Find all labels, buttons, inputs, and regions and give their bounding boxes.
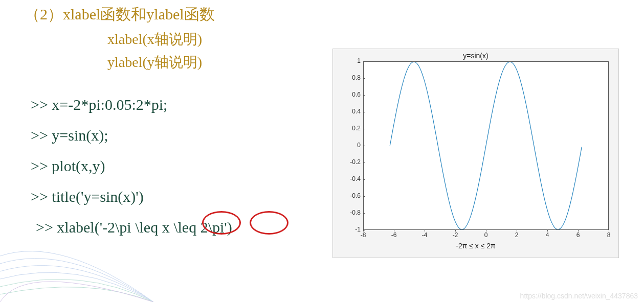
plot-area: [363, 61, 609, 230]
x-tick-label: 4: [546, 231, 549, 239]
watermark: https://blog.csdn.net/weixin_4437863: [520, 292, 638, 300]
x-tick-label: -4: [422, 231, 428, 239]
y-tick-label: 0.4: [340, 108, 361, 115]
code-line-3: >> plot(x,y): [31, 151, 232, 181]
y-tick-label: 1: [340, 57, 361, 64]
x-tick-label: 2: [515, 231, 519, 239]
code-text-5: >> xlabel('-2\pi \leq x \leq 2\pi'): [36, 219, 232, 236]
x-tick-label: -2: [453, 231, 458, 239]
y-tick-label: -0.4: [340, 175, 361, 182]
annotation-circle-2: [250, 211, 288, 235]
syntax-line-1: xlabel(x轴说明): [107, 28, 202, 51]
y-tick-label: -0.6: [340, 192, 361, 199]
code-line-5: >> xlabel('-2\pi \leq x \leq 2\pi'): [36, 212, 232, 243]
x-tick-label: -6: [391, 231, 397, 239]
code-line-4: >> title('y=sin(x)'): [31, 181, 232, 212]
y-tick-label: -0.8: [340, 209, 361, 216]
code-line-1: >> x=-2*pi:0.05:2*pi;: [31, 89, 232, 120]
chart-title: y=sin(x): [332, 52, 619, 60]
y-tick-label: -0.2: [340, 158, 361, 166]
x-tick-label: 0: [484, 231, 488, 239]
y-tick-label: -1: [340, 226, 361, 233]
chart-xlabel: -2π ≤ x ≤ 2π: [332, 242, 619, 250]
y-tick-label: 0.8: [340, 74, 361, 81]
section-heading: （2）xlabel函数和ylabel函数: [25, 4, 215, 25]
y-tick-label: 0: [340, 142, 361, 149]
chart-panel: y=sin(x) -1-0.8-0.6-0.4-0.200.20.40.60.8…: [332, 49, 619, 258]
x-tick-label: 6: [576, 231, 580, 239]
sine-curve: [364, 62, 608, 229]
y-tick-label: 0.2: [340, 125, 361, 132]
code-block: >> x=-2*pi:0.05:2*pi; >> y=sin(x); >> pl…: [31, 89, 232, 243]
y-tick-label: 0.6: [340, 91, 361, 98]
x-tick-label: 8: [607, 231, 611, 239]
code-line-2: >> y=sin(x);: [31, 120, 232, 151]
syntax-line-2: ylabel(y轴说明): [107, 51, 202, 74]
syntax-block: xlabel(x轴说明) ylabel(y轴说明): [107, 28, 202, 74]
x-tick-label: -8: [361, 231, 366, 239]
